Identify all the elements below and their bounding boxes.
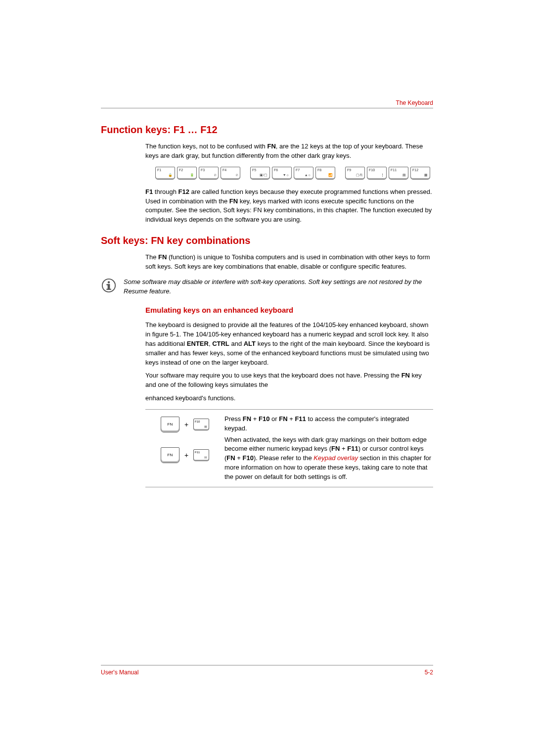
key-f11-small: F11▤: [193, 449, 209, 461]
key-f5: F5▣/▢: [250, 167, 270, 180]
heading-function-keys: Function keys: F1 … F12: [101, 123, 433, 137]
para-emulating-2: Your software may require you to use key…: [145, 371, 433, 390]
plus-icon: +: [184, 450, 188, 460]
key-f11: F11▤: [389, 167, 408, 180]
para-emulating-3: enhanced keyboard's functions.: [145, 394, 433, 403]
para-soft-intro: The FN (function) is unique to Toshiba c…: [145, 253, 433, 272]
page-footer: User's Manual 5-2: [101, 665, 433, 677]
key-f8: F8📶: [315, 167, 335, 180]
footer-right: 5-2: [425, 668, 433, 677]
key-fn: FN: [161, 447, 179, 463]
combo-desc-1: Press FN + F10 or FN + F11 to access the…: [224, 415, 433, 433]
heading-soft-keys: Soft keys: FN key combinations: [101, 234, 433, 248]
key-f6: F6▼☼: [272, 167, 292, 180]
note-soft-key: Some software may disable or interfere w…: [124, 278, 433, 296]
svg-rect-4: [106, 288, 111, 289]
fn-combo-table: FN + F10▦ FN + F11▤ Press FN + F10 or FN…: [145, 409, 433, 487]
para-fn-desc: F1 through F12 are called function keys …: [145, 188, 433, 225]
header-rule: [101, 108, 433, 108]
key-f7: F7▲☼: [294, 167, 313, 180]
para-fn-intro: The function keys, not to be confused wi…: [145, 142, 433, 161]
key-f10-small: F10▦: [193, 419, 209, 430]
key-fn: FN: [161, 417, 179, 432]
key-f3: F3⎚: [199, 167, 219, 180]
key-f12: F12▦: [410, 167, 430, 180]
heading-emulating: Emulating keys on an enhanced keyboard: [145, 305, 433, 316]
svg-rect-3: [106, 284, 110, 285]
info-icon: [101, 278, 117, 293]
key-f4: F4⎚: [221, 167, 240, 180]
key-f9: F9▢/⎘: [345, 167, 365, 180]
plus-icon: +: [184, 420, 188, 429]
key-f2: F2🔋: [177, 167, 197, 180]
para-emulating-1: The keyboard is designed to provide all …: [145, 321, 433, 367]
key-f10: F10⡇: [367, 167, 387, 180]
key-f1: F1🔒: [155, 167, 175, 180]
link-keypad-overlay[interactable]: Keypad overlay: [313, 454, 358, 462]
combo-desc-2: When activated, the keys with dark gray …: [224, 435, 433, 482]
svg-point-1: [108, 281, 110, 284]
combo-fn-f11: FN + F11▤: [145, 447, 224, 463]
combo-fn-f10: FN + F10▦: [145, 417, 224, 432]
chapter-title: The Keyboard: [396, 99, 433, 107]
footer-left: User's Manual: [101, 668, 138, 677]
function-key-row-figure: F1🔒 F2🔋 F3⎚ F4⎚ F5▣/▢ F6▼☼ F7▲☼ F8📶 F9▢/…: [155, 167, 433, 180]
